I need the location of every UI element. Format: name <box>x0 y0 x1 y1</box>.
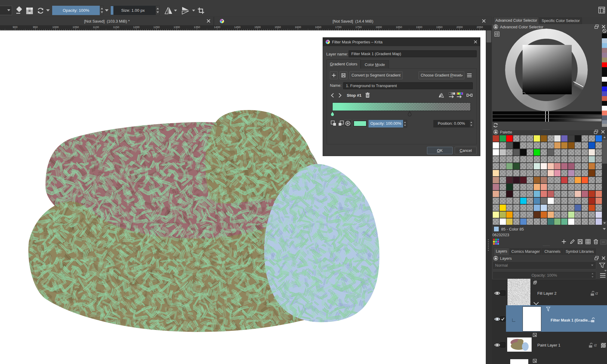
svg-text:1600: 1600 <box>295 25 301 29</box>
svg-text:1650: 1650 <box>315 25 321 29</box>
svg-text:2050: 2050 <box>476 25 483 29</box>
svg-text:1700: 1700 <box>335 25 341 29</box>
svg-text:1000: 1000 <box>52 25 58 29</box>
svg-text:1350: 1350 <box>194 25 200 29</box>
svg-text:1900: 1900 <box>416 25 422 29</box>
svg-text:1750: 1750 <box>355 25 362 29</box>
svg-text:1200: 1200 <box>133 25 139 29</box>
svg-text:1950: 1950 <box>436 25 442 29</box>
svg-text:900: 900 <box>13 25 17 29</box>
svg-text:1400: 1400 <box>214 25 220 29</box>
svg-text:950: 950 <box>33 25 38 29</box>
svg-text:1800: 1800 <box>375 25 382 29</box>
svg-text:1150: 1150 <box>113 25 119 29</box>
svg-text:1050: 1050 <box>72 25 79 29</box>
svg-text:1550: 1550 <box>274 25 281 29</box>
svg-text:1850: 1850 <box>396 25 402 29</box>
svg-text:1300: 1300 <box>173 25 180 29</box>
svg-text:1500: 1500 <box>254 25 261 29</box>
svg-text:1250: 1250 <box>153 25 160 29</box>
svg-text:1450: 1450 <box>234 25 240 29</box>
svg-text:1100: 1100 <box>93 25 99 29</box>
svg-text:2000: 2000 <box>456 25 463 29</box>
